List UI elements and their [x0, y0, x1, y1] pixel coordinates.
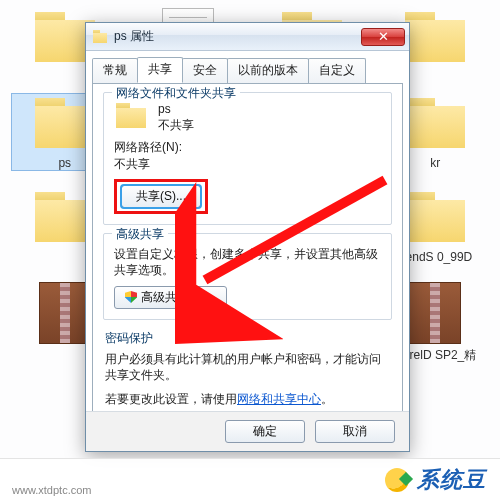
watermark-logo-icon [385, 468, 409, 492]
close-button[interactable]: ✕ [361, 28, 405, 46]
archive-icon [409, 282, 461, 344]
properties-dialog: ps 属性 ✕ 常规共享安全以前的版本自定义 网络文件和文件夹共享 ps 不共享… [85, 22, 410, 452]
folder-icon [114, 101, 148, 129]
tab-共享[interactable]: 共享 [137, 57, 183, 83]
watermark: www.xtdptc.com 系统豆 [0, 458, 500, 500]
network-sharing-center-link[interactable]: 网络和共享中心 [237, 392, 321, 406]
netpath-label: 网络路径(N): [114, 139, 381, 156]
watermark-url: www.xtdptc.com [12, 484, 91, 496]
pwd-line2: 若要更改此设置，请使用网络和共享中心。 [105, 391, 390, 407]
group-advanced-sharing: 高级共享 设置自定义权限，创建多个共享，并设置其他高级共享选项。 高级共享(D)… [103, 233, 392, 320]
folder-icon [399, 8, 471, 66]
share-name: ps [158, 101, 194, 117]
advanced-desc: 设置自定义权限，创建多个共享，并设置其他高级共享选项。 [114, 246, 381, 278]
dialog-button-row: 确定 取消 [86, 411, 409, 451]
titlebar[interactable]: ps 属性 ✕ [86, 23, 409, 51]
share-button[interactable]: 共享(S)... [121, 185, 201, 208]
tab-自定义[interactable]: 自定义 [308, 58, 366, 84]
folder-icon [399, 94, 471, 152]
group-title: 高级共享 [112, 226, 168, 243]
pwd-line1: 用户必须具有此计算机的用户帐户和密码，才能访问共享文件夹。 [105, 351, 390, 383]
tab-常规[interactable]: 常规 [92, 58, 138, 84]
advanced-share-button[interactable]: 高级共享(D)... [114, 286, 227, 309]
tab-strip: 常规共享安全以前的版本自定义 [86, 51, 409, 83]
tab-panel-sharing: 网络文件和文件夹共享 ps 不共享 网络路径(N): 不共享 共享(S)... … [92, 83, 403, 429]
share-status: 不共享 [158, 117, 194, 133]
group-title: 网络文件和文件夹共享 [112, 85, 240, 102]
folder-icon [92, 29, 108, 45]
folder-icon [399, 188, 471, 246]
window-title: ps 属性 [114, 28, 361, 45]
netpath-value: 不共享 [114, 156, 381, 173]
cancel-button[interactable]: 取消 [315, 420, 395, 443]
ok-button[interactable]: 确定 [225, 420, 305, 443]
watermark-brand: 系统豆 [417, 465, 486, 495]
tab-安全[interactable]: 安全 [182, 58, 228, 84]
tab-以前的版本[interactable]: 以前的版本 [227, 58, 309, 84]
archive-icon [39, 282, 91, 344]
group-network-sharing: 网络文件和文件夹共享 ps 不共享 网络路径(N): 不共享 共享(S)... [103, 92, 392, 225]
group-password-protect: 密码保护 用户必须具有此计算机的用户帐户和密码，才能访问共享文件夹。 若要更改此… [103, 328, 392, 407]
highlight-box: 共享(S)... [114, 179, 208, 214]
group-title: 密码保护 [105, 330, 390, 347]
